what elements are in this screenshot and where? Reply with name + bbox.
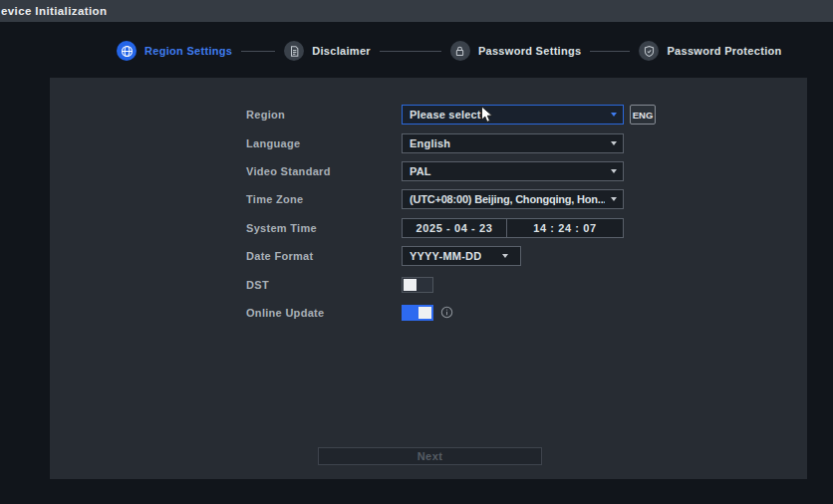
chevron-down-icon (611, 113, 617, 117)
region-select[interactable]: Please select (402, 105, 624, 125)
step-label: Password Protection (667, 45, 781, 57)
chevron-down-icon (502, 254, 508, 258)
stepper-connector (590, 51, 630, 52)
dst-toggle[interactable] (402, 277, 433, 293)
globe-icon (117, 41, 137, 61)
info-icon[interactable] (440, 306, 453, 319)
system-time-field: 2025 - 04 - 23 14 : 24 : 07 (402, 218, 624, 238)
device-initialization-screen: { "window": { "title": "evice Initializa… (0, 0, 833, 504)
form-row-dst: DST (246, 270, 656, 298)
video-standard-value: PAL (410, 165, 431, 177)
form-row-date-format: Date Format YYYY-MM-DD (246, 242, 656, 270)
lock-icon (450, 41, 470, 61)
date-format-label: Date Format (246, 250, 402, 262)
language-label: Language (246, 137, 402, 149)
next-button[interactable]: Next (318, 447, 542, 465)
language-select[interactable]: English (402, 133, 624, 153)
online-update-toggle[interactable] (402, 305, 433, 321)
time-zone-select[interactable]: (UTC+08:00) Beijing, Chongqing, Hon... (402, 189, 624, 209)
time-zone-value: (UTC+08:00) Beijing, Chongqing, Hon... (410, 193, 605, 205)
region-settings-panel: Region Please select ENG Language Englis… (50, 78, 807, 479)
system-time-input[interactable]: 14 : 24 : 07 (507, 219, 623, 237)
stepper-connector (241, 51, 275, 52)
form-row-online-update: Online Update (246, 299, 656, 327)
step-password-settings[interactable]: Password Settings (450, 41, 582, 61)
language-badge-button[interactable]: ENG (630, 105, 656, 125)
language-value: English (410, 137, 450, 149)
document-icon (284, 41, 304, 61)
form-row-region: Region Please select ENG (246, 101, 656, 128)
toggle-knob (404, 279, 416, 291)
chevron-down-icon (611, 169, 617, 173)
step-label: Password Settings (478, 45, 582, 57)
video-standard-label: Video Standard (246, 165, 402, 177)
form-row-time-zone: Time Zone (UTC+08:00) Beijing, Chongqing… (246, 185, 656, 213)
step-password-protection[interactable]: Password Protection (639, 41, 781, 61)
date-format-value: YYYY-MM-DD (410, 250, 481, 262)
setup-wizard-stepper: Region Settings Disclaimer Password Sett… (117, 40, 782, 62)
step-region-settings[interactable]: Region Settings (117, 41, 232, 61)
dst-label: DST (246, 279, 402, 291)
window-title: evice Initialization (1, 5, 107, 17)
date-format-select[interactable]: YYYY-MM-DD (402, 246, 521, 266)
online-update-label: Online Update (246, 307, 402, 319)
video-standard-select[interactable]: PAL (402, 161, 624, 181)
region-settings-form: Region Please select ENG Language Englis… (246, 101, 656, 327)
step-label: Disclaimer (312, 45, 371, 57)
system-time-label: System Time (246, 222, 402, 234)
system-date-input[interactable]: 2025 - 04 - 23 (403, 219, 506, 237)
region-value: Please select (410, 109, 481, 121)
region-label: Region (246, 109, 402, 121)
chevron-down-icon (611, 197, 617, 201)
form-row-video-standard: Video Standard PAL (246, 157, 656, 185)
form-row-system-time: System Time 2025 - 04 - 23 14 : 24 : 07 (246, 214, 656, 242)
time-zone-label: Time Zone (246, 193, 402, 205)
step-label: Region Settings (144, 45, 232, 57)
shield-icon (639, 41, 659, 61)
form-row-language: Language English (246, 128, 656, 156)
chevron-down-icon (611, 141, 617, 145)
step-disclaimer[interactable]: Disclaimer (284, 41, 371, 61)
title-bar: evice Initialization (0, 0, 833, 22)
toggle-knob (418, 307, 431, 319)
stepper-connector (380, 51, 441, 52)
